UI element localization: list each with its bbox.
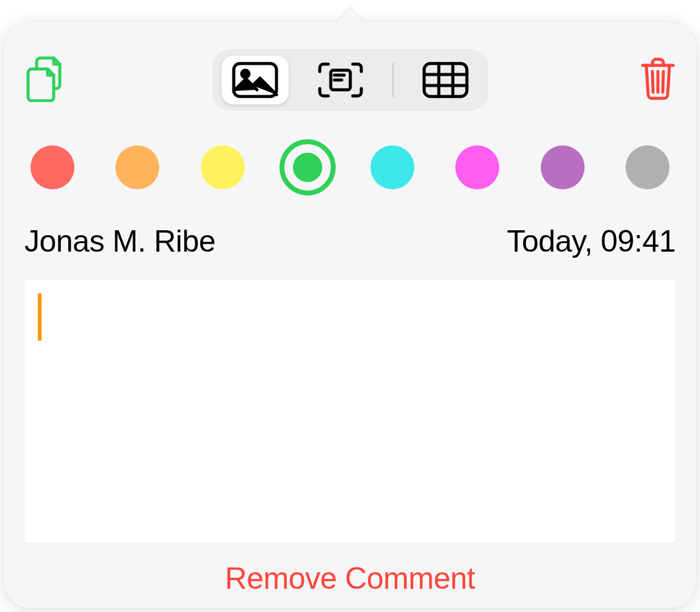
- comment-meta: Jonas M. Ribe Today, 09:41: [24, 224, 676, 259]
- table-mode-button[interactable]: [412, 56, 479, 104]
- color-picker: [24, 145, 676, 189]
- remove-comment-button[interactable]: Remove Comment: [225, 561, 475, 596]
- svg-line-10: [652, 71, 653, 92]
- remove-row: Remove Comment: [24, 542, 676, 608]
- trash-icon[interactable]: [640, 57, 676, 103]
- toolbar-right: [602, 57, 676, 103]
- comment-textarea[interactable]: [24, 280, 676, 542]
- svg-rect-5: [424, 64, 467, 97]
- comment-popover: Jonas M. Ribe Today, 09:41 Remove Commen…: [4, 22, 696, 608]
- color-green[interactable]: [286, 145, 330, 189]
- color-cyan[interactable]: [370, 145, 414, 189]
- toolbar-left: [24, 56, 98, 104]
- image-mode-button[interactable]: [222, 56, 289, 104]
- segmented-divider: [392, 63, 394, 97]
- view-mode-segmented: [213, 49, 488, 111]
- scan-mode-button[interactable]: [307, 56, 374, 104]
- comment-timestamp: Today, 09:41: [507, 224, 676, 259]
- color-gray[interactable]: [626, 145, 669, 189]
- copy-icon[interactable]: [24, 56, 63, 104]
- popover-arrow: [337, 7, 364, 23]
- toolbar: [24, 46, 676, 114]
- svg-line-12: [663, 71, 663, 92]
- text-cursor: [38, 293, 41, 341]
- color-purple[interactable]: [541, 145, 585, 189]
- svg-point-1: [242, 70, 249, 78]
- color-magenta[interactable]: [455, 145, 499, 189]
- color-yellow[interactable]: [201, 145, 245, 189]
- color-orange[interactable]: [115, 145, 159, 189]
- author-name: Jonas M. Ribe: [24, 224, 215, 259]
- color-red[interactable]: [31, 145, 74, 189]
